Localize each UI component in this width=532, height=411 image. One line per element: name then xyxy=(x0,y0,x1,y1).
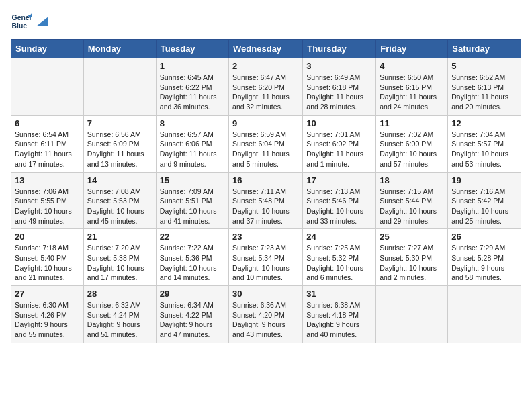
day-info: Sunrise: 7:15 AMSunset: 5:44 PMDaylight:… xyxy=(380,187,444,226)
day-number: 4 xyxy=(380,61,444,71)
day-info: Sunrise: 6:54 AMSunset: 6:11 PMDaylight:… xyxy=(15,130,80,169)
day-info: Sunrise: 6:49 AMSunset: 6:18 PMDaylight:… xyxy=(306,73,372,112)
day-number: 13 xyxy=(15,175,80,185)
day-number: 31 xyxy=(306,289,372,299)
calendar-cell: 9Sunrise: 6:59 AMSunset: 6:04 PMDaylight… xyxy=(229,115,303,172)
day-info: Sunrise: 6:47 AMSunset: 6:20 PMDaylight:… xyxy=(232,73,299,112)
day-info: Sunrise: 6:32 AMSunset: 4:24 PMDaylight:… xyxy=(87,300,152,340)
day-number: 26 xyxy=(451,232,517,242)
day-number: 30 xyxy=(232,289,299,299)
day-header-saturday: Saturday xyxy=(448,40,521,58)
day-number: 22 xyxy=(160,232,225,242)
calendar-cell: 19Sunrise: 7:16 AMSunset: 5:42 PMDayligh… xyxy=(448,172,521,229)
calendar-cell: 31Sunrise: 6:38 AMSunset: 4:18 PMDayligh… xyxy=(303,286,376,343)
day-number: 28 xyxy=(87,289,152,299)
day-number: 7 xyxy=(87,118,152,128)
day-info: Sunrise: 6:56 AMSunset: 6:09 PMDaylight:… xyxy=(87,130,152,169)
calendar-cell xyxy=(376,286,448,343)
calendar-cell: 7Sunrise: 6:56 AMSunset: 6:09 PMDaylight… xyxy=(83,115,156,172)
day-info: Sunrise: 6:34 AMSunset: 4:22 PMDaylight:… xyxy=(160,300,225,340)
day-info: Sunrise: 7:29 AMSunset: 5:28 PMDaylight:… xyxy=(451,243,517,283)
day-number: 1 xyxy=(160,61,225,71)
calendar-cell: 16Sunrise: 7:11 AMSunset: 5:48 PMDayligh… xyxy=(229,172,303,229)
calendar-cell: 3Sunrise: 6:49 AMSunset: 6:18 PMDaylight… xyxy=(303,58,376,116)
day-number: 27 xyxy=(15,289,80,299)
day-info: Sunrise: 6:59 AMSunset: 6:04 PMDaylight:… xyxy=(232,130,299,169)
day-info: Sunrise: 6:30 AMSunset: 4:26 PMDaylight:… xyxy=(15,300,80,340)
day-number: 16 xyxy=(232,175,299,185)
header: General Blue xyxy=(11,11,521,32)
calendar-cell: 26Sunrise: 7:29 AMSunset: 5:28 PMDayligh… xyxy=(448,229,521,286)
calendar-cell xyxy=(448,286,521,343)
calendar-week-row: 1Sunrise: 6:45 AMSunset: 6:22 PMDaylight… xyxy=(11,58,521,116)
day-number: 5 xyxy=(451,61,517,71)
calendar-cell: 29Sunrise: 6:34 AMSunset: 4:22 PMDayligh… xyxy=(156,286,228,343)
day-number: 6 xyxy=(15,118,80,128)
day-number: 14 xyxy=(87,175,152,185)
calendar-cell: 5Sunrise: 6:52 AMSunset: 6:13 PMDaylight… xyxy=(448,58,521,116)
calendar-week-row: 6Sunrise: 6:54 AMSunset: 6:11 PMDaylight… xyxy=(11,115,521,172)
calendar-cell: 22Sunrise: 7:22 AMSunset: 5:36 PMDayligh… xyxy=(156,229,228,286)
calendar-cell: 18Sunrise: 7:15 AMSunset: 5:44 PMDayligh… xyxy=(376,172,448,229)
calendar-cell: 13Sunrise: 7:06 AMSunset: 5:55 PMDayligh… xyxy=(11,172,84,229)
day-header-sunday: Sunday xyxy=(11,40,84,58)
day-header-thursday: Thursday xyxy=(303,40,376,58)
day-number: 9 xyxy=(232,118,299,128)
calendar-cell: 1Sunrise: 6:45 AMSunset: 6:22 PMDaylight… xyxy=(156,58,228,116)
day-number: 12 xyxy=(451,118,517,128)
day-number: 8 xyxy=(160,118,225,128)
calendar-cell: 15Sunrise: 7:09 AMSunset: 5:51 PMDayligh… xyxy=(156,172,228,229)
day-info: Sunrise: 6:52 AMSunset: 6:13 PMDaylight:… xyxy=(451,73,517,112)
day-info: Sunrise: 7:09 AMSunset: 5:51 PMDaylight:… xyxy=(160,187,225,226)
day-header-tuesday: Tuesday xyxy=(156,40,228,58)
day-number: 18 xyxy=(380,175,444,185)
calendar-cell: 8Sunrise: 6:57 AMSunset: 6:06 PMDaylight… xyxy=(156,115,228,172)
day-info: Sunrise: 7:01 AMSunset: 6:02 PMDaylight:… xyxy=(306,130,372,169)
calendar-cell: 12Sunrise: 7:04 AMSunset: 5:57 PMDayligh… xyxy=(448,115,521,172)
day-number: 25 xyxy=(380,232,444,242)
day-header-wednesday: Wednesday xyxy=(229,40,303,58)
day-number: 21 xyxy=(87,232,152,242)
calendar-cell: 10Sunrise: 7:01 AMSunset: 6:02 PMDayligh… xyxy=(303,115,376,172)
day-number: 15 xyxy=(160,175,225,185)
calendar-cell: 6Sunrise: 6:54 AMSunset: 6:11 PMDaylight… xyxy=(11,115,84,172)
day-number: 20 xyxy=(15,232,80,242)
day-header-monday: Monday xyxy=(83,40,156,58)
svg-text:Blue: Blue xyxy=(12,22,28,30)
day-info: Sunrise: 7:04 AMSunset: 5:57 PMDaylight:… xyxy=(451,130,517,169)
day-info: Sunrise: 7:22 AMSunset: 5:36 PMDaylight:… xyxy=(160,243,225,283)
calendar-week-row: 20Sunrise: 7:18 AMSunset: 5:40 PMDayligh… xyxy=(11,229,521,286)
calendar-cell: 11Sunrise: 7:02 AMSunset: 6:00 PMDayligh… xyxy=(376,115,448,172)
day-info: Sunrise: 7:18 AMSunset: 5:40 PMDaylight:… xyxy=(15,243,80,283)
day-number: 11 xyxy=(380,118,444,128)
day-number: 29 xyxy=(160,289,225,299)
day-number: 17 xyxy=(306,175,372,185)
svg-marker-4 xyxy=(36,17,48,26)
calendar-week-row: 13Sunrise: 7:06 AMSunset: 5:55 PMDayligh… xyxy=(11,172,521,229)
day-info: Sunrise: 7:25 AMSunset: 5:32 PMDaylight:… xyxy=(306,243,372,283)
day-info: Sunrise: 7:13 AMSunset: 5:46 PMDaylight:… xyxy=(306,187,372,226)
day-info: Sunrise: 7:06 AMSunset: 5:55 PMDaylight:… xyxy=(15,187,80,226)
calendar-cell: 28Sunrise: 6:32 AMSunset: 4:24 PMDayligh… xyxy=(83,286,156,343)
day-info: Sunrise: 7:02 AMSunset: 6:00 PMDaylight:… xyxy=(380,130,444,169)
calendar-cell: 23Sunrise: 7:23 AMSunset: 5:34 PMDayligh… xyxy=(229,229,303,286)
day-number: 23 xyxy=(232,232,299,242)
day-header-friday: Friday xyxy=(376,40,448,58)
day-info: Sunrise: 6:45 AMSunset: 6:22 PMDaylight:… xyxy=(160,73,225,112)
calendar-cell: 21Sunrise: 7:20 AMSunset: 5:38 PMDayligh… xyxy=(83,229,156,286)
calendar-table: SundayMondayTuesdayWednesdayThursdayFrid… xyxy=(11,39,521,343)
day-info: Sunrise: 6:36 AMSunset: 4:20 PMDaylight:… xyxy=(232,300,299,340)
day-number: 3 xyxy=(306,61,372,71)
calendar-cell: 20Sunrise: 7:18 AMSunset: 5:40 PMDayligh… xyxy=(11,229,84,286)
day-info: Sunrise: 7:27 AMSunset: 5:30 PMDaylight:… xyxy=(380,243,444,283)
day-info: Sunrise: 7:11 AMSunset: 5:48 PMDaylight:… xyxy=(232,187,299,226)
calendar-cell: 27Sunrise: 6:30 AMSunset: 4:26 PMDayligh… xyxy=(11,286,84,343)
calendar-header-row: SundayMondayTuesdayWednesdayThursdayFrid… xyxy=(11,40,521,58)
logo-arrow-icon xyxy=(36,17,48,26)
calendar-cell: 17Sunrise: 7:13 AMSunset: 5:46 PMDayligh… xyxy=(303,172,376,229)
calendar-cell: 30Sunrise: 6:36 AMSunset: 4:20 PMDayligh… xyxy=(229,286,303,343)
calendar-week-row: 27Sunrise: 6:30 AMSunset: 4:26 PMDayligh… xyxy=(11,286,521,343)
calendar-cell: 24Sunrise: 7:25 AMSunset: 5:32 PMDayligh… xyxy=(303,229,376,286)
day-number: 24 xyxy=(306,232,372,242)
calendar-cell: 4Sunrise: 6:50 AMSunset: 6:15 PMDaylight… xyxy=(376,58,448,116)
